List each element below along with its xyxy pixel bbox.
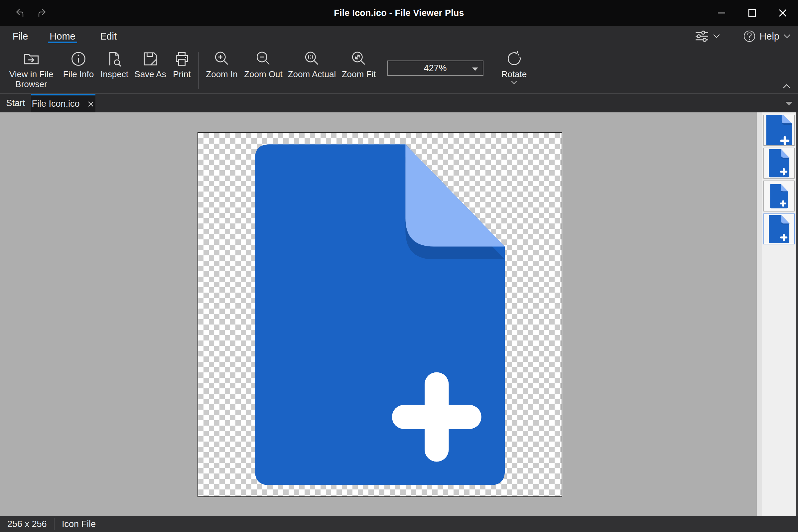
file-plus-icon-thumb [766,183,792,209]
ribbon-toolbar: View in File Browser File Info [0,46,798,94]
menu-home-label: Home [50,31,75,42]
sliders-icon [694,29,709,43]
menubar: File Home Edit [0,26,798,46]
menu-file[interactable]: File [8,26,32,46]
zoom-in-button[interactable]: Zoom In [202,46,241,79]
file-plus-icon-artwork [198,133,562,496]
icon-sizes-sidebar [762,112,796,516]
save-as-button[interactable]: Save As [132,46,169,79]
file-info-button[interactable]: File Info [60,46,97,79]
save-as-label: Save As [134,69,166,79]
file-plus-icon-thumb [764,148,794,178]
chevron-down-icon [783,33,791,39]
thumbnail-size-1[interactable] [763,115,795,146]
view-options-button[interactable] [694,29,721,43]
print-label: Print [173,69,191,79]
file-info-icon [70,51,87,68]
zoom-in-icon [213,51,230,68]
file-viewer-plus-window: File Icon.ico - File Viewer Plus File Ho… [0,0,798,532]
zoom-fit-icon [350,51,367,68]
sidebar-separator [757,112,762,516]
image-dimensions: 256 x 256 [7,519,47,529]
tab-file-icon-ico[interactable]: File Icon.ico [31,94,95,112]
maximize-icon[interactable] [737,0,767,26]
print-button[interactable]: Print [169,46,195,79]
zoom-out-label: Zoom Out [244,69,283,79]
file-plus-icon-thumb [764,214,794,244]
view-in-file-browser-icon [22,51,40,68]
chevron-down-icon [712,33,721,39]
menu-edit-label: Edit [100,31,117,42]
file-info-label: File Info [63,69,94,79]
main-area [0,112,798,516]
zoom-level-select[interactable]: 427% [387,60,483,76]
active-menu-underline [48,41,77,43]
rotate-label: Rotate [501,69,527,79]
zoom-out-icon [255,51,272,68]
view-in-file-browser-label: View in File Browser [5,69,58,89]
thumbnail-size-2[interactable] [763,148,795,178]
statusbar: 256 x 256 Icon File [0,516,798,532]
help-label: Help [759,31,779,42]
status-separator [54,518,55,530]
image-canvas[interactable] [0,112,757,516]
zoom-actual-icon [304,51,320,68]
menu-edit[interactable]: Edit [95,26,122,46]
chevron-down-icon [510,80,518,85]
window-title: File Icon.ico - File Viewer Plus [0,0,798,26]
combo-dropdown-arrow-icon [472,68,478,71]
zoom-level-value: 427% [388,63,483,74]
tab-start[interactable]: Start [0,94,31,112]
print-icon [174,51,190,68]
tab-list-dropdown-icon[interactable] [785,102,793,106]
zoom-fit-button[interactable]: Zoom Fit [339,46,379,79]
thumbnail-size-3[interactable] [763,180,795,211]
file-plus-icon-thumb [763,115,795,146]
thumbnail-size-4-selected[interactable] [763,213,795,244]
tab-start-label: Start [6,98,25,108]
tab-file-icon-label: File Icon.ico [32,99,79,109]
close-icon[interactable] [767,0,798,26]
rotate-icon [506,51,522,68]
collapse-ribbon-button[interactable] [780,81,793,91]
titlebar: File Icon.ico - File Viewer Plus [0,0,798,26]
zoom-actual-label: Zoom Actual [288,69,336,79]
inspect-button[interactable]: Inspect [97,46,132,79]
help-circle-icon [743,30,756,43]
tab-close-icon[interactable] [87,100,95,108]
inspect-label: Inspect [100,69,128,79]
help-button[interactable]: Help [743,30,791,43]
inspect-icon [106,51,123,68]
zoom-fit-label: Zoom Fit [342,69,376,79]
zoom-out-button[interactable]: Zoom Out [241,46,285,79]
zoom-in-label: Zoom In [206,69,238,79]
minimize-icon[interactable] [706,0,737,26]
icon-image-viewport[interactable] [197,132,562,497]
zoom-actual-button[interactable]: Zoom Actual [285,46,339,79]
chevron-up-icon [782,83,792,90]
document-tabbar: Start File Icon.ico [0,94,798,112]
rotate-button[interactable]: Rotate [495,46,533,85]
sidebar-right-edge [796,112,798,516]
file-type-label: Icon File [62,519,96,529]
toolbar-separator [198,52,199,89]
menu-home[interactable]: Home [46,26,79,46]
save-as-icon [142,51,158,68]
view-in-file-browser-button[interactable]: View in File Browser [3,46,60,89]
menu-file-label: File [13,31,28,42]
